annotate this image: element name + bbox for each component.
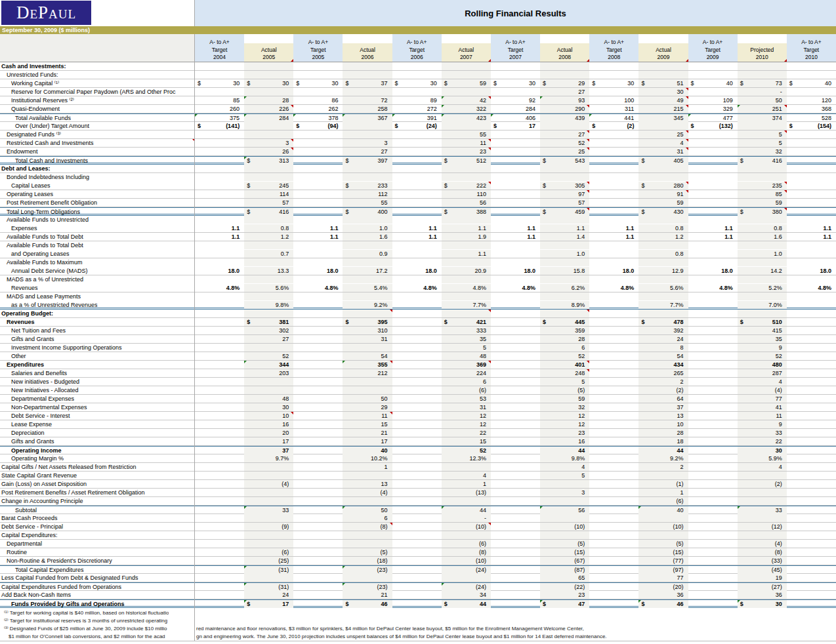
cell[interactable] [195,157,244,165]
cell[interactable]: 86 [293,96,343,104]
cell[interactable] [244,463,293,471]
cell[interactable] [787,216,836,224]
cell[interactable] [688,208,738,216]
cell[interactable]: 56 [442,199,491,207]
cell[interactable] [688,506,738,514]
cell[interactable] [293,566,343,574]
cell[interactable] [392,557,442,565]
cell[interactable]: $416 [244,208,293,216]
cell[interactable] [787,88,836,96]
cell[interactable]: 18.0 [392,267,442,275]
row-label[interactable]: Over (Under) Target Amount [0,122,195,130]
cell[interactable]: 23 [442,148,491,155]
cell[interactable] [392,318,442,326]
row-label[interactable]: Operating Income [0,447,195,454]
cell[interactable] [688,420,738,428]
cell[interactable] [491,591,540,599]
cell[interactable]: 57 [540,199,589,207]
row-label[interactable]: Depreciation [0,429,195,437]
cell[interactable] [392,310,442,317]
cell[interactable]: (97) [638,566,688,574]
cell[interactable] [491,131,540,138]
cell[interactable] [392,437,442,445]
cell[interactable]: 21 [343,591,392,599]
cell[interactable]: 1.1 [491,233,540,241]
cell[interactable] [343,540,392,548]
cell[interactable] [195,199,244,207]
cell[interactable] [195,327,244,334]
cell[interactable] [392,472,442,479]
row-label[interactable]: Reserve for Commercial Paper Paydown (AR… [0,88,195,96]
cell[interactable]: 1 [442,480,491,488]
cell[interactable] [195,447,244,454]
row-label[interactable]: State Capital Grant Revenue [0,472,195,479]
cell[interactable] [293,514,343,522]
cell[interactable]: 52 [738,352,787,360]
cell[interactable] [491,557,540,565]
cell[interactable]: 1.1 [442,250,491,258]
cell[interactable] [442,122,491,130]
cell[interactable]: 344 [244,361,293,369]
cell[interactable] [688,480,738,488]
cell[interactable]: 44 [638,447,688,454]
cell[interactable] [787,250,836,258]
cell[interactable] [442,241,491,249]
cell[interactable]: 27 [343,148,392,155]
cell[interactable]: (12) [738,523,787,531]
cell[interactable] [442,88,491,96]
cell[interactable] [392,88,442,96]
cell[interactable] [589,88,638,96]
cell[interactable] [688,182,738,190]
cell[interactable]: 287 [738,369,787,377]
cell[interactable] [392,514,442,522]
cell[interactable]: 13 [638,412,688,420]
cell[interactable]: 110 [442,190,491,198]
cell[interactable]: 5 [540,472,589,479]
cell[interactable] [392,395,442,403]
cell[interactable]: $416 [738,157,787,165]
cell[interactable]: (5) [540,540,589,548]
cell[interactable]: (22) [540,583,589,591]
cell[interactable]: 91 [638,190,688,198]
cell[interactable] [491,165,540,172]
cell[interactable]: (2) [738,480,787,488]
cell[interactable] [392,182,442,190]
cell[interactable] [195,540,244,548]
cell[interactable]: 1.1 [787,233,836,241]
cell[interactable] [787,275,836,283]
cell[interactable] [293,258,343,266]
cell[interactable] [540,216,589,224]
cell[interactable]: 18.0 [293,267,343,275]
cell[interactable] [589,395,638,403]
cell[interactable] [244,173,293,181]
cell[interactable] [738,292,787,300]
cell[interactable] [195,173,244,181]
cell[interactable] [688,369,738,377]
cell[interactable] [442,62,491,70]
cell[interactable]: 2 [638,463,688,471]
cell[interactable]: 31 [638,148,688,155]
cell[interactable] [638,275,688,283]
cell[interactable]: 5 [738,139,787,147]
cell[interactable] [392,591,442,599]
cell[interactable] [293,437,343,445]
cell[interactable] [491,139,540,147]
cell[interactable]: (24) [442,566,491,574]
cell[interactable] [343,216,392,224]
cell[interactable]: 23 [540,429,589,437]
cell[interactable] [491,386,540,394]
cell[interactable]: (8) [442,548,491,556]
cell[interactable] [343,344,392,352]
cell[interactable] [293,378,343,386]
cell[interactable] [195,208,244,216]
row-label[interactable]: Gain (Loss) on Asset Disposition [0,480,195,488]
cell[interactable]: 212 [343,369,392,377]
cell[interactable]: 302 [244,327,293,334]
cell[interactable]: 114 [244,190,293,198]
cell[interactable] [244,310,293,317]
cell[interactable]: $459 [540,208,589,216]
cell[interactable]: 7.0% [738,301,787,309]
cell[interactable] [540,241,589,249]
cell[interactable] [392,327,442,334]
cell[interactable] [491,447,540,454]
